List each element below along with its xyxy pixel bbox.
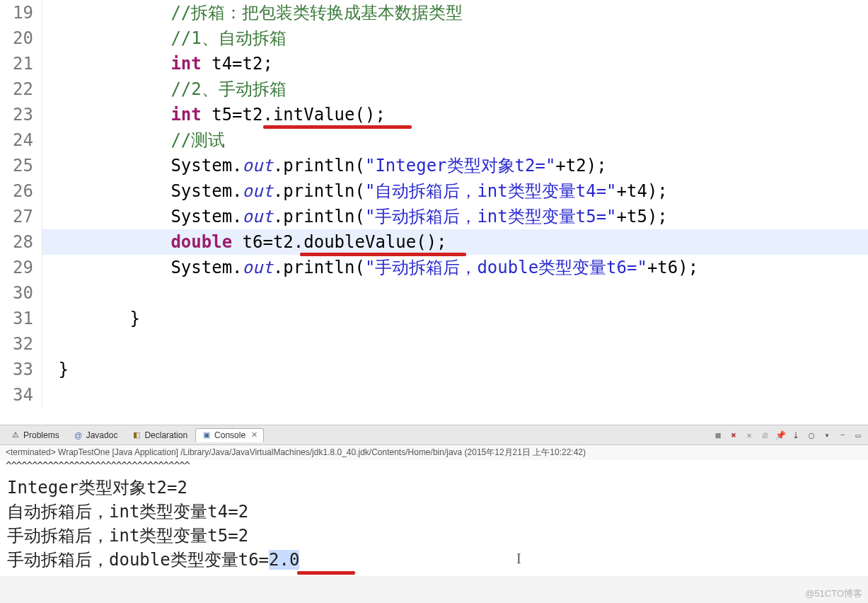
code-line[interactable]: 19 //拆箱：把包装类转换成基本数据类型 xyxy=(0,0,868,25)
line-number: 29 xyxy=(0,255,42,280)
code-line[interactable]: 27 System.out.println("手动拆箱后，int类型变量t5="… xyxy=(0,204,868,229)
line-number: 21 xyxy=(0,51,42,76)
code-text: int t4=t2; xyxy=(42,51,273,76)
code-line[interactable]: 26 System.out.println("自动拆箱后，int类型变量t4="… xyxy=(0,178,868,204)
tab-label: Problems xyxy=(23,430,59,440)
code-line[interactable]: 29 System.out.println("手动拆箱后，double类型变量t… xyxy=(0,255,868,280)
code-text: double t6=t2.doubleValue(); xyxy=(42,229,447,255)
code-text: System.out.println("自动拆箱后，int类型变量t4="+t4… xyxy=(42,178,668,204)
code-text: System.out.println("Integer类型对象t2="+t2); xyxy=(42,153,607,178)
tab-label: Console xyxy=(214,430,245,440)
tab-declaration[interactable]: ◧ Declaration xyxy=(125,428,194,442)
text-cursor-icon: I xyxy=(516,546,521,570)
clear-button[interactable]: ⎚ xyxy=(759,430,770,441)
line-number: 23 xyxy=(0,102,42,127)
code-text: //拆箱：把包装类转换成基本数据类型 xyxy=(42,0,463,25)
code-text: //1、自动拆箱 xyxy=(42,25,287,51)
console-output[interactable]: Integer类型对象t2=2 自动拆箱后，int类型变量t4=2 手动拆箱后，… xyxy=(0,471,868,576)
code-line[interactable]: 33 } xyxy=(0,357,868,382)
declaration-icon: ◧ xyxy=(132,430,141,440)
annotation-underline xyxy=(263,125,412,129)
code-text: System.out.println("手动拆箱后，double类型变量t6="… xyxy=(42,255,698,280)
console-icon: ▣ xyxy=(202,430,212,440)
code-line[interactable]: 23 int t5=t2.intValue(); xyxy=(0,102,868,127)
code-text: int t5=t2.intValue(); xyxy=(42,102,386,127)
maximize-button[interactable]: ▭ xyxy=(852,430,864,441)
bottom-panel: ⚠ Problems @ Javadoc ◧ Declaration ▣ Con… xyxy=(0,425,868,576)
code-text: //测试 xyxy=(42,127,225,153)
code-editor[interactable]: 19 //拆箱：把包装类转换成基本数据类型20 //1、自动拆箱21 int t… xyxy=(0,0,868,425)
code-text: System.out.println("手动拆箱后，int类型变量t5="+t5… xyxy=(42,204,668,229)
line-number: 26 xyxy=(0,178,42,204)
code-text: } xyxy=(42,357,69,382)
line-number: 20 xyxy=(0,25,42,51)
tab-problems[interactable]: ⚠ Problems xyxy=(4,428,66,442)
separator-wave: ^^^^^^^^^^^^^^^^^^^^^^^^^^^^^^^^^^^ xyxy=(0,460,868,471)
tab-console[interactable]: ▣ Console ✕ xyxy=(195,428,264,442)
code-line[interactable]: 20 //1、自动拆箱 xyxy=(0,25,868,51)
line-number: 31 xyxy=(0,306,42,331)
console-line: 自动拆箱后，int类型变量t4=2 xyxy=(7,500,861,524)
terminated-info: <terminated> WrapTestOne [Java Applicati… xyxy=(0,445,868,460)
tab-javadoc[interactable]: @ Javadoc xyxy=(67,428,125,442)
line-number: 30 xyxy=(0,280,42,306)
code-line[interactable]: 30 xyxy=(0,280,868,306)
console-toolbar: ■ ✖ ✕ ⎚ 📌 ⤓ ▢ ▾ － ▭ xyxy=(712,430,864,441)
minimize-button[interactable]: － xyxy=(837,430,848,441)
line-number: 27 xyxy=(0,204,42,229)
tab-close[interactable]: ✕ xyxy=(251,430,257,440)
problems-icon: ⚠ xyxy=(11,430,21,440)
remove-all-button[interactable]: ■ xyxy=(712,430,724,441)
console-line: 手动拆箱后，double类型变量t6=2.0 xyxy=(7,548,861,572)
watermark: @51CTO博客 xyxy=(805,587,862,600)
tabs-row: ⚠ Problems @ Javadoc ◧ Declaration ▣ Con… xyxy=(0,425,868,445)
display-selected-button[interactable]: ▢ xyxy=(806,430,817,441)
code-line[interactable]: 25 System.out.println("Integer类型对象t2="+t… xyxy=(0,153,868,178)
line-number: 22 xyxy=(0,76,42,102)
line-number: 25 xyxy=(0,153,42,178)
line-number: 28 xyxy=(0,229,42,255)
console-line: 手动拆箱后，int类型变量t5=2 xyxy=(7,524,861,548)
code-line[interactable]: 21 int t4=t2; xyxy=(0,51,868,76)
code-line[interactable]: 28 double t6=t2.doubleValue(); xyxy=(0,229,868,255)
code-line[interactable]: 34 xyxy=(0,382,868,408)
line-number: 34 xyxy=(0,382,42,408)
tab-label: Declaration xyxy=(144,430,187,440)
line-number: 32 xyxy=(0,331,42,357)
console-line: Integer类型对象t2=2 xyxy=(7,476,861,500)
code-line[interactable]: 24 //测试 xyxy=(0,127,868,153)
remove-all-terminated-button[interactable]: ✕ xyxy=(743,430,755,441)
code-text: //2、手动拆箱 xyxy=(42,76,287,102)
annotation-underline xyxy=(297,571,355,575)
remove-launch-button[interactable]: ✖ xyxy=(728,430,739,441)
tab-label: Javadoc xyxy=(86,430,118,440)
line-number: 33 xyxy=(0,357,42,382)
code-line[interactable]: 31 } xyxy=(0,306,868,331)
line-number: 19 xyxy=(0,0,42,25)
scroll-lock-button[interactable]: ⤓ xyxy=(790,430,802,441)
line-number: 24 xyxy=(0,127,42,153)
code-line[interactable]: 32 xyxy=(0,331,868,357)
code-text: } xyxy=(42,306,140,331)
open-console-dropdown[interactable]: ▾ xyxy=(821,430,833,441)
code-line[interactable]: 22 //2、手动拆箱 xyxy=(0,76,868,102)
selected-text: 2.0 xyxy=(269,550,299,570)
javadoc-icon: @ xyxy=(74,430,83,440)
pin-button[interactable]: 📌 xyxy=(775,430,786,441)
